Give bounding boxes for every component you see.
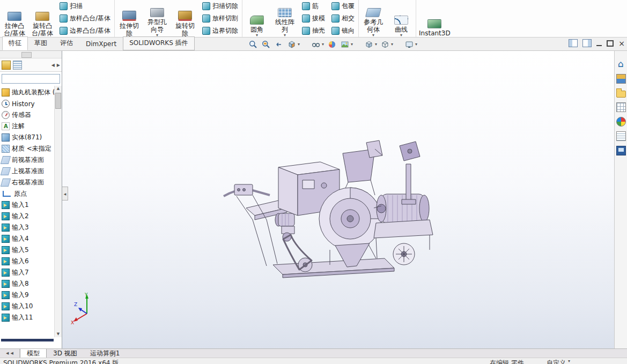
edit-appearance-icon[interactable] (327, 39, 337, 49)
tab-scroll-right-icon[interactable]: ▶ (57, 63, 60, 68)
section-view-icon[interactable] (286, 39, 297, 49)
previous-view-icon[interactable] (274, 39, 284, 49)
tree-item-right-plane[interactable]: 右视基准面 (2, 177, 54, 188)
panel-collapse-handle[interactable] (21, 52, 32, 58)
scroll-left-icon[interactable]: ◀ (6, 351, 9, 355)
appearances-scenes-icon[interactable] (616, 117, 626, 127)
shell-button[interactable]: 抽壳 (299, 25, 328, 37)
hole-wizard-button[interactable]: 异型孔向导 (144, 3, 171, 37)
tree-item-input-4[interactable]: 输入4 (2, 233, 54, 244)
tab-features[interactable]: 特征 (2, 36, 28, 50)
tree-item-input-5[interactable]: 输入5 (2, 244, 54, 256)
tree-item-input-2[interactable]: 输入2 (2, 211, 54, 222)
dropdown-arrow-icon[interactable]: ▾ (375, 42, 377, 47)
machine-model[interactable] (215, 139, 451, 281)
tree-item-input-9[interactable]: 输入9 (2, 289, 54, 301)
tree-item-input-11[interactable]: 输入11 (2, 312, 54, 323)
tree-item-input-10[interactable]: 输入10 (2, 301, 54, 312)
view-settings-icon[interactable] (404, 39, 414, 49)
intersect-button[interactable]: 相交 (329, 12, 357, 25)
extrude-boss-button[interactable]: 拉伸凸台/基体 (1, 3, 28, 37)
tree-item-origin[interactable]: 原点 (2, 188, 54, 199)
minimize-button[interactable] (596, 45, 602, 46)
customize-status[interactable]: 自定义▾ (547, 359, 570, 364)
wrap-icon (331, 2, 340, 10)
tab-scroll-buttons[interactable]: ◀◀ (0, 349, 20, 358)
zoom-fit-icon[interactable] (248, 39, 258, 49)
view-orientation-icon[interactable] (364, 39, 374, 49)
pane-right-icon[interactable] (582, 39, 592, 47)
boundary-boss-button[interactable]: 边界凸台/基体 (57, 25, 113, 37)
tree-filter-box[interactable] (2, 74, 60, 84)
tree-item-history[interactable]: History (2, 98, 54, 109)
tab-evaluate[interactable]: 评估 (54, 36, 79, 50)
tree-item-input-7[interactable]: 输入7 (2, 267, 54, 278)
revolve-cut-button[interactable]: 旋转切除 (172, 3, 198, 37)
tree-item-input-8[interactable]: 输入8 (2, 278, 54, 289)
tab-scroll-left-icon[interactable]: ◀ (51, 63, 55, 68)
mirror-button[interactable]: 镜向 (329, 25, 357, 37)
extrude-cut-button[interactable]: 拉伸切除 (116, 3, 143, 37)
apply-scene-icon[interactable] (340, 39, 350, 49)
tree-item-annotations[interactable]: 注解 (2, 121, 54, 132)
scroll-down-icon[interactable]: ▼ (57, 331, 60, 337)
imported-body-icon (2, 201, 10, 209)
rib-button[interactable]: 筋 (299, 0, 328, 12)
curves-button[interactable]: 曲线 (388, 3, 415, 37)
wrap-button[interactable]: 包覆 (329, 0, 357, 12)
tree-item-solid-bodies[interactable]: 实体(871) (2, 132, 54, 143)
dropdown-arrow-icon[interactable]: ▾ (391, 42, 393, 47)
boundary-cut-button[interactable]: 边界切除 (200, 25, 241, 37)
status-bar: SOLIDWORKS Premium 2016 x64 版 在编辑 零件 自定义… (0, 358, 627, 364)
reference-geometry-button[interactable]: 参考几何体 (360, 3, 387, 37)
tab-dimxpert[interactable]: DimXpert (79, 38, 123, 50)
scroll-left-end-icon[interactable]: ◀ (11, 351, 13, 355)
dropdown-arrow-icon[interactable]: ▾ (298, 42, 300, 47)
sweep-cut-button[interactable]: 扫描切除 (200, 0, 241, 12)
tree-item-material[interactable]: 材质 <未指定 (2, 143, 54, 154)
revolve-boss-button[interactable]: 旋转凸台/基体 (29, 3, 56, 37)
tree-item-front-plane[interactable]: 前视基准面 (2, 154, 54, 166)
tab-sketch[interactable]: 草图 (28, 36, 54, 50)
tab-model[interactable]: 模型 (20, 349, 47, 358)
tab-solidworks-addins[interactable]: SOLIDWORKS 插件 (123, 36, 194, 50)
tree-item-input-3[interactable]: 输入3 (2, 222, 54, 233)
linear-pattern-button[interactable]: 线性阵列 (271, 3, 298, 37)
graphics-viewport[interactable]: ◀ (62, 51, 614, 348)
tree-scrollbar[interactable]: ▲ ▼ (54, 86, 62, 337)
scrollbar-thumb[interactable] (55, 93, 61, 109)
file-explorer-icon[interactable] (616, 91, 626, 98)
tree-item-sensors[interactable]: 传感器 (2, 109, 54, 121)
solidworks-forum-icon[interactable] (616, 146, 626, 155)
home-icon[interactable] (616, 60, 626, 69)
design-library-icon[interactable] (616, 74, 626, 84)
sweep-button[interactable]: 扫描 (57, 0, 113, 12)
property-manager-tab-icon[interactable] (13, 61, 22, 70)
dropdown-arrow-icon[interactable]: ▾ (415, 42, 417, 47)
dropdown-arrow-icon[interactable]: ▾ (322, 42, 324, 47)
tab-3d-views[interactable]: 3D 视图 (47, 349, 84, 358)
loft-cut-button[interactable]: 放样切割 (200, 12, 241, 25)
panel-splitter-tab[interactable]: ◀ (62, 187, 68, 200)
tree-item-top-plane[interactable]: 上视基准面 (2, 166, 54, 177)
fillet-button[interactable]: 圆角 (244, 3, 270, 37)
instant3d-button[interactable]: Instant3D (417, 3, 452, 37)
custom-properties-icon[interactable] (616, 131, 626, 141)
loft-boss-button[interactable]: 放样凸台/基体 (57, 12, 113, 25)
scroll-up-icon[interactable]: ▲ (57, 86, 60, 92)
feature-manager-tab-icon[interactable] (2, 61, 11, 70)
rollback-bar[interactable] (1, 339, 54, 341)
draft-button[interactable]: 拔模 (299, 12, 328, 25)
view-palette-icon[interactable] (616, 102, 626, 112)
tree-item-input-1[interactable]: 输入1 (2, 199, 54, 211)
dropdown-arrow-icon[interactable]: ▾ (351, 42, 353, 47)
hide-show-items-icon[interactable] (311, 39, 321, 49)
zoom-to-area-icon[interactable] (261, 39, 271, 49)
display-style-icon[interactable] (380, 39, 390, 49)
restore-button[interactable] (607, 40, 614, 47)
pane-left-icon[interactable] (569, 39, 578, 47)
tree-item-input-6[interactable]: 输入6 (2, 256, 54, 267)
tab-motion-study-1[interactable]: 运动算例1 (84, 349, 127, 358)
tree-item-assembly-root[interactable]: 抛丸机装配体 (默 (2, 87, 54, 98)
close-button[interactable]: × (618, 40, 625, 47)
